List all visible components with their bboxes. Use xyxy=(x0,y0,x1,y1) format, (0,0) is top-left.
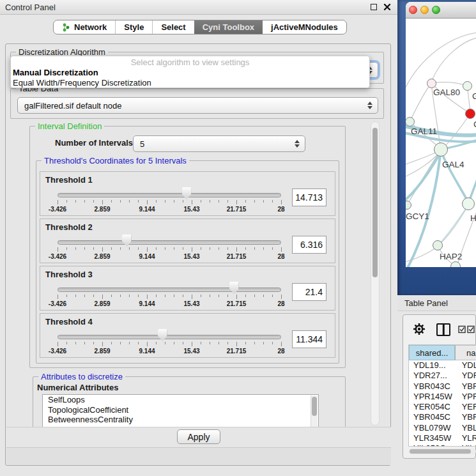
tab-jactivemnodules[interactable]: jActiveMNodules xyxy=(263,20,346,34)
cell-name[interactable]: YDL1 xyxy=(457,360,476,371)
network-node[interactable] xyxy=(433,240,443,250)
cell-shared-name[interactable]: YDL19... xyxy=(409,360,455,371)
tab-style[interactable]: Style xyxy=(115,20,152,34)
cell-shared-name[interactable]: YBL079W xyxy=(409,423,455,433)
cell-shared-name[interactable]: YPR145W xyxy=(409,392,455,402)
cell-name[interactable]: YBR0 xyxy=(457,381,476,392)
slider-thumb[interactable] xyxy=(158,329,167,341)
network-node[interactable] xyxy=(462,197,475,210)
table-row[interactable]: YBL079W YBL0 xyxy=(409,423,476,433)
scrollbar-thumb[interactable] xyxy=(312,397,317,416)
threshold-value-input[interactable] xyxy=(292,283,326,301)
cell-name[interactable]: YBL0 xyxy=(457,423,476,433)
zoom-traffic-light-icon[interactable] xyxy=(432,6,440,14)
table-horizontal-scrollbar[interactable] xyxy=(408,449,476,454)
settings-scrollbar[interactable] xyxy=(371,121,380,426)
network-node[interactable] xyxy=(463,81,472,91)
cell-shared-name[interactable]: YBR043C xyxy=(409,381,455,392)
threshold-panel: Threshold 2 -3.426 2.859 9.144 15.43 21.… xyxy=(40,219,335,263)
scale-label: 21.715 xyxy=(227,348,247,355)
tab-cyni-toolbox[interactable]: Cyni Toolbox xyxy=(194,20,263,34)
gear-icon[interactable] xyxy=(412,322,426,336)
cell-name[interactable]: YPR1 xyxy=(457,392,476,402)
scale-label: 15.43 xyxy=(183,206,199,213)
threshold-value-input[interactable] xyxy=(292,330,326,348)
scale-label: 15.43 xyxy=(183,253,199,260)
tab-select[interactable]: Select xyxy=(152,20,194,34)
dropdown-option-manual-discretization[interactable]: Manual Discretization xyxy=(13,68,98,77)
network-node[interactable] xyxy=(427,79,436,88)
network-node[interactable] xyxy=(406,117,415,127)
column-checkboxes-icon[interactable] xyxy=(458,325,476,334)
network-node-label: GAL4 xyxy=(442,160,464,169)
threshold-value-input[interactable] xyxy=(292,188,326,206)
threshold-slider[interactable]: -3.426 2.859 9.144 15.43 21.715 28 xyxy=(58,219,281,264)
close-traffic-light-icon[interactable] xyxy=(409,6,417,14)
cell-shared-name[interactable]: YBR045C xyxy=(409,412,455,422)
cell-name[interactable]: YDR2 xyxy=(457,371,476,381)
cell-shared-name[interactable]: YIL052C xyxy=(409,443,455,447)
cell-name[interactable]: YLR3 xyxy=(457,433,476,443)
list-item[interactable]: BetweennessCentrality xyxy=(43,415,318,425)
network-node-label: GAL11 xyxy=(411,127,437,136)
column-header-name[interactable]: na xyxy=(455,345,476,360)
table-row[interactable]: YDL19... YDL1 xyxy=(409,360,476,371)
tab-label: jActiveMNodules xyxy=(271,22,338,32)
table-row[interactable]: YDR27... YDR2 xyxy=(409,371,476,381)
table-row[interactable]: YLR345W YLR3 xyxy=(409,433,476,443)
scrollbar-thumb[interactable] xyxy=(410,449,471,454)
table-row[interactable]: YIL052C YIL0 xyxy=(409,443,476,447)
scale-label: 28 xyxy=(277,253,284,260)
slider-thumb[interactable] xyxy=(122,234,132,247)
scale-label: 2.859 xyxy=(94,348,110,355)
cell-name[interactable]: YER0 xyxy=(457,402,476,412)
numerical-attributes-list[interactable]: SelfLoopsTopologicalCoefficientBetweenne… xyxy=(42,394,319,427)
table-row[interactable]: YPR145W YPR1 xyxy=(409,392,476,402)
table-rows: YDL19... YDL1 YDR27... YDR2 YBR043C YBR0… xyxy=(409,360,476,447)
float-window-icon[interactable] xyxy=(371,4,377,10)
slider-track[interactable] xyxy=(58,193,281,197)
slider-track[interactable] xyxy=(58,335,281,339)
network-node[interactable] xyxy=(450,261,461,267)
dropdown-option-equal-width-frequency[interactable]: Equal Width/Frequency Discretization xyxy=(13,78,151,88)
scrollbar-thumb[interactable] xyxy=(372,128,378,277)
threshold-slider[interactable]: -3.426 2.859 9.144 15.43 21.715 28 xyxy=(58,172,281,217)
tab-label: Network xyxy=(74,22,107,32)
network-canvas[interactable]: GAL80GACGAL11GAL4GCY1HHAP2 xyxy=(406,19,476,267)
node-attribute-table[interactable]: shared... na YDL19... YDL1 YDR27... YDR2… xyxy=(408,344,476,447)
list-item[interactable]: TopologicalCoefficient xyxy=(43,405,318,415)
cell-name[interactable]: YBR0 xyxy=(457,412,476,422)
table-row[interactable]: YER054C YER0 xyxy=(409,402,476,412)
close-icon[interactable] xyxy=(383,3,391,11)
list-item[interactable]: SelfLoops xyxy=(43,395,318,405)
table-data-combobox[interactable]: galFiltered.sif default node xyxy=(17,97,378,114)
slider-thumb[interactable] xyxy=(182,187,192,199)
table-row[interactable]: YBR045C YBR0 xyxy=(409,412,476,422)
threshold-panel: Threshold 3 -3.426 2.859 9.144 15.43 21.… xyxy=(40,266,335,311)
cell-shared-name[interactable]: YER054C xyxy=(409,402,455,412)
minimize-traffic-light-icon[interactable] xyxy=(420,6,429,14)
threshold-slider[interactable]: -3.426 2.859 9.144 15.43 21.715 28 xyxy=(58,314,281,358)
column-header-shared-name[interactable]: shared... xyxy=(409,345,455,360)
combo-spinner-icon xyxy=(367,102,372,109)
scale-label: 9.144 xyxy=(139,300,155,307)
split-view-icon[interactable] xyxy=(436,323,450,336)
tab-network[interactable]: Network xyxy=(54,20,115,34)
network-node[interactable] xyxy=(434,142,448,157)
slider-track[interactable] xyxy=(58,288,281,292)
network-window: GAL80GACGAL11GAL4GCY1HHAP2 xyxy=(406,2,476,267)
network-node-label: H xyxy=(470,213,476,223)
threshold-value-input[interactable] xyxy=(292,236,326,254)
cell-name[interactable]: YIL0 xyxy=(457,443,476,447)
slider-thumb[interactable] xyxy=(229,282,239,294)
apply-button[interactable]: Apply xyxy=(177,429,220,444)
number-of-intervals-combobox[interactable]: 5 xyxy=(133,135,305,152)
cell-shared-name[interactable]: YDR27... xyxy=(409,371,455,381)
list-scrollbar[interactable] xyxy=(311,395,318,427)
cell-shared-name[interactable]: YLR345W xyxy=(409,433,455,443)
network-node[interactable] xyxy=(465,109,475,119)
group-title-attributes: Attributes to discretize xyxy=(38,372,125,381)
table-row[interactable]: YBR043C YBR0 xyxy=(409,381,476,392)
slider-track[interactable] xyxy=(58,240,281,245)
threshold-slider[interactable]: -3.426 2.859 9.144 15.43 21.715 28 xyxy=(58,266,281,311)
